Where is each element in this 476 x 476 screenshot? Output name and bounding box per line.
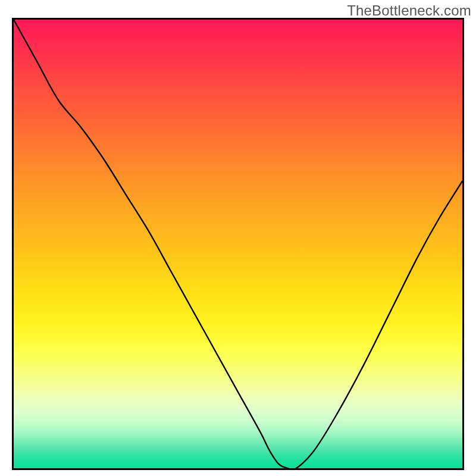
bottleneck-curve	[14, 20, 462, 468]
plot-frame	[12, 18, 464, 470]
bottleneck-chart: TheBottleneck.com	[0, 0, 476, 476]
watermark-text: TheBottleneck.com	[347, 2, 471, 19]
optimal-point-marker	[287, 468, 300, 470]
curve-path	[14, 20, 462, 468]
